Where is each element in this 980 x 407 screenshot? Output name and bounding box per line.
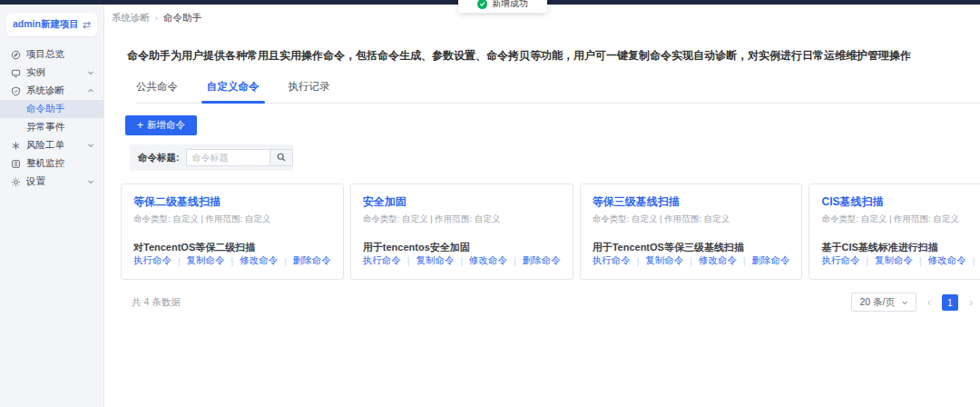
next-page-button[interactable]: ›: [969, 297, 973, 308]
delete-command-link[interactable]: 删除命令: [293, 254, 331, 267]
tab-public-commands[interactable]: 公共命令: [136, 80, 178, 103]
machine-monitor-icon: [10, 158, 21, 169]
sidebar-item-label: 风险工单: [26, 139, 83, 152]
tab-custom-commands[interactable]: 自定义命令: [207, 80, 260, 103]
chevron-up-icon: [83, 85, 94, 96]
card-meta: 命令类型: 自定义 | 作用范围: 自定义: [363, 213, 561, 225]
search-button[interactable]: [270, 149, 293, 166]
copy-command-link[interactable]: 复制命令: [187, 254, 225, 267]
list-footer: 共 4 条数据 20 条/页 ‹ 1 ›: [121, 293, 975, 312]
sidebar-item-instances[interactable]: 实例: [0, 64, 103, 82]
command-card-list: 等保二级基线扫描 命令类型: 自定义 | 作用范围: 自定义 对TencentO…: [121, 184, 975, 280]
edit-command-link[interactable]: 修改命令: [928, 254, 966, 267]
card-description: 用于TencentOS等保三级基线扫描: [593, 241, 790, 254]
project-switcher[interactable]: admin新建项目 ⇄: [6, 13, 97, 36]
check-circle-icon: [477, 0, 487, 9]
sidebar-item-label: 系统诊断: [26, 84, 83, 97]
risk-icon: [10, 140, 21, 151]
chevron-down-icon: [83, 176, 94, 187]
add-command-button[interactable]: + 新增命令: [125, 115, 197, 135]
switch-project-icon[interactable]: ⇄: [83, 20, 91, 30]
chevron-down-icon: [83, 140, 94, 151]
search-icon: [277, 151, 286, 164]
card-actions: 执行命令|复制命令|修改命令|删除命令: [133, 254, 331, 267]
edit-command-link[interactable]: 修改命令: [469, 254, 507, 267]
sidebar-item-project-overview[interactable]: 项目总览: [0, 45, 103, 64]
card-actions: 执行命令|复制命令|修改命令|删除命令: [821, 254, 980, 267]
sidebar-subitem-label: 异常事件: [26, 121, 64, 134]
prev-page-button[interactable]: ‹: [927, 297, 931, 308]
card-meta: 命令类型: 自定义 | 作用范围: 自定义: [593, 213, 790, 225]
command-card: CIS基线扫描 命令类型: 自定义 | 作用范围: 自定义 基于CIS基线标准进…: [808, 184, 980, 280]
sidebar-subitem-command-assistant[interactable]: 命令助手: [0, 100, 103, 118]
settings-icon: [10, 176, 21, 187]
project-name: admin新建项目: [13, 18, 79, 31]
execute-command-link[interactable]: 执行命令: [133, 254, 172, 267]
chevron-down-icon: [83, 67, 94, 78]
sidebar-subitem-abnormal-events[interactable]: 异常事件: [0, 118, 103, 136]
copy-command-link[interactable]: 复制命令: [645, 254, 683, 267]
card-actions: 执行命令|复制命令|修改命令|删除命令: [363, 254, 561, 267]
sidebar-item-risk-tickets[interactable]: 风险工单: [0, 136, 103, 154]
breadcrumb-separator-icon: ›: [155, 14, 158, 23]
execute-command-link[interactable]: 执行命令: [593, 254, 631, 267]
card-title[interactable]: CIS基线扫描: [821, 194, 980, 210]
tabs: 公共命令 自定义命令 执行记录: [136, 80, 980, 104]
delete-command-link[interactable]: 删除命令: [523, 254, 561, 267]
tab-content: + 新增命令 命令标题: 等保二级基线扫描 命令类型: 自定义 | 作用范围: …: [104, 104, 980, 312]
card-title[interactable]: 安全加固: [363, 194, 561, 210]
card-meta: 命令类型: 自定义 | 作用范围: 自定义: [133, 213, 331, 225]
search-label: 命令标题:: [138, 152, 180, 164]
card-description: 基于CIS基线标准进行扫描: [821, 241, 980, 254]
edit-command-link[interactable]: 修改命令: [240, 254, 278, 267]
sidebar-item-settings[interactable]: 设置: [0, 173, 103, 191]
copy-command-link[interactable]: 复制命令: [875, 254, 913, 267]
command-card: 等保二级基线扫描 命令类型: 自定义 | 作用范围: 自定义 对TencentO…: [121, 184, 344, 280]
card-meta: 命令类型: 自定义 | 作用范围: 自定义: [821, 213, 980, 225]
card-description: 用于tencentos安全加固: [363, 241, 561, 254]
sidebar-subitem-label: 命令助手: [26, 103, 64, 115]
breadcrumb-parent[interactable]: 系统诊断: [112, 12, 150, 25]
sidebar-item-machine-monitor[interactable]: 整机监控: [0, 154, 103, 173]
page-number-1[interactable]: 1: [942, 294, 958, 311]
execute-command-link[interactable]: 执行命令: [821, 254, 859, 267]
tab-execution-records[interactable]: 执行记录: [289, 80, 330, 103]
overview-icon: [10, 49, 21, 60]
delete-command-link[interactable]: 删除命令: [751, 254, 789, 267]
sidebar-item-label: 设置: [26, 175, 83, 188]
pagination: 20 条/页 ‹ 1 ›: [851, 293, 973, 312]
execute-command-link[interactable]: 执行命令: [363, 254, 401, 267]
total-count: 共 4 条数据: [132, 296, 181, 309]
success-toast: 新增成功: [458, 0, 547, 13]
edit-command-link[interactable]: 修改命令: [699, 254, 737, 267]
instance-icon: [10, 67, 21, 78]
command-card: 安全加固 命令类型: 自定义 | 作用范围: 自定义 用于tencentos安全…: [350, 184, 573, 280]
card-description: 对TencentOS等保二级扫描: [133, 241, 331, 254]
search-bar: 命令标题:: [130, 144, 293, 171]
toast-message: 新增成功: [492, 0, 528, 10]
plus-icon: +: [137, 120, 143, 131]
sidebar-item-system-diagnosis[interactable]: 系统诊断: [0, 82, 103, 100]
main-content: 系统诊断 › 命令助手 命令助手为用户提供各种常用且实用操作命令，包括命令生成、…: [104, 5, 980, 407]
command-assistant-page: 新增成功 admin新建项目 ⇄ 项目总览 实例: [0, 0, 980, 407]
card-title[interactable]: 等保三级基线扫描: [593, 194, 790, 210]
search-input[interactable]: [186, 149, 270, 166]
page-description: 命令助手为用户提供各种常用且实用操作命令，包括命令生成、参数设置、命令拷贝等功能…: [127, 48, 962, 64]
command-card: 等保三级基线扫描 命令类型: 自定义 | 作用范围: 自定义 用于Tencent…: [580, 184, 803, 280]
page-size-select[interactable]: 20 条/页: [851, 293, 916, 312]
sidebar-menu: 项目总览 实例 系统诊断 命令: [0, 45, 103, 191]
sidebar-item-label: 整机监控: [26, 157, 94, 170]
copy-command-link[interactable]: 复制命令: [416, 254, 454, 267]
breadcrumb-current: 命令助手: [163, 12, 201, 25]
add-command-label: 新增命令: [147, 119, 185, 132]
sidebar: admin新建项目 ⇄ 项目总览 实例: [0, 5, 104, 407]
page-size-value: 20 条/页: [859, 296, 895, 309]
diagnosis-icon: [10, 85, 21, 96]
sidebar-item-label: 实例: [26, 66, 83, 79]
chevron-down-icon: [901, 297, 908, 308]
card-title[interactable]: 等保二级基线扫描: [133, 194, 331, 210]
card-actions: 执行命令|复制命令|修改命令|删除命令: [593, 254, 790, 267]
sidebar-item-label: 项目总览: [26, 48, 94, 61]
